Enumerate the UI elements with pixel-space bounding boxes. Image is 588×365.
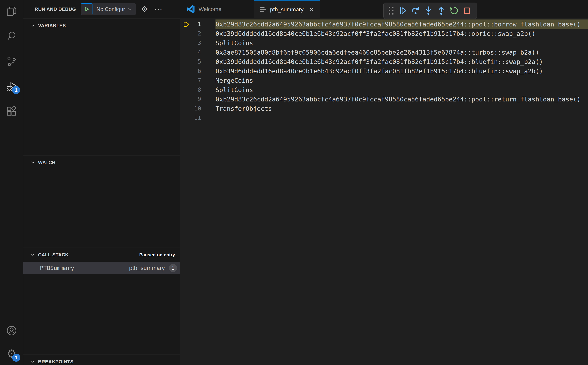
code-line[interactable]: 5 0xb39d6dddedd16ed8a40ce0b1e6b43c92acf0…	[180, 57, 588, 66]
start-debugging-button[interactable]	[81, 3, 92, 15]
activity-bar: 1 ⚙ 1	[0, 0, 23, 365]
code-line[interactable]: 8 SplitCoins	[180, 85, 588, 94]
close-tab-icon[interactable]: ×	[309, 6, 314, 13]
code-line[interactable]: 4 0x8ae871505a80d8bf6bf9c05906cda6edfeea…	[180, 48, 588, 57]
settings-badge: 1	[12, 354, 20, 362]
chevron-down-icon	[30, 23, 35, 28]
call-stack-frame-row[interactable]: PTBSummary ptb_summary 1	[23, 262, 180, 274]
line-number: 5	[198, 57, 201, 66]
search-icon[interactable]	[5, 30, 18, 43]
frame-source: ptb_summary	[129, 265, 165, 271]
code-line[interactable]: 11	[180, 113, 588, 123]
paused-status-text: Paused on entry	[139, 252, 175, 258]
tab-welcome[interactable]: Welcome	[180, 0, 254, 18]
variables-section: VARIABLES	[23, 18, 180, 155]
line-number: 11	[194, 113, 201, 123]
step-over-button[interactable]	[410, 5, 421, 16]
extensions-icon[interactable]	[5, 105, 18, 118]
step-out-button[interactable]	[436, 5, 447, 16]
line-number: 6	[198, 66, 201, 76]
code-line[interactable]: 3 SplitCoins	[180, 38, 588, 48]
line-number: 10	[194, 104, 201, 113]
tab-welcome-label: Welcome	[198, 6, 221, 12]
chevron-down-icon	[30, 160, 35, 165]
tab-ptb-summary[interactable]: ptb_summary ×	[254, 0, 320, 18]
code-line-text[interactable]: MergeCoins	[215, 76, 588, 85]
breakpoints-section-header[interactable]: BREAKPOINTS	[23, 355, 180, 365]
breakpoints-section: BREAKPOINTS	[23, 355, 180, 365]
line-number: 1	[198, 20, 201, 29]
variables-label: VARIABLES	[38, 23, 66, 28]
code-line-text[interactable]: 0xb39d6dddedd16ed8a40ce0b1e6b43c92acf0ff…	[215, 29, 588, 38]
trace-file-icon	[260, 7, 266, 12]
run-and-debug-icon[interactable]: 1	[5, 80, 18, 93]
breakpoint-gutter[interactable]: 7	[180, 76, 215, 85]
variables-section-header[interactable]: VARIABLES	[23, 19, 180, 33]
restart-button[interactable]	[448, 5, 460, 16]
editor-group: Welcome ptb_summary ×	[180, 0, 588, 365]
explorer-icon[interactable]	[5, 5, 18, 18]
toolbar-drag-handle[interactable]	[389, 7, 394, 15]
call-stack-label: CALL STACK	[38, 252, 69, 258]
settings-gear-icon[interactable]: ⚙ 1	[5, 347, 18, 360]
code-line-text[interactable]: 0xb39d6dddedd16ed8a40ce0b1e6b43c92acf0ff…	[215, 57, 588, 66]
code-line-text[interactable]: 0xb29d83c26cdd2a64959263abbcfc4a6937f0c9…	[215, 94, 588, 104]
breakpoint-gutter[interactable]: 1	[180, 20, 215, 29]
watch-section-header[interactable]: WATCH	[23, 155, 180, 169]
watch-label: WATCH	[38, 160, 56, 165]
code-line-text[interactable]: TransferObjects	[215, 104, 588, 113]
line-number: 3	[198, 38, 201, 48]
stop-button[interactable]	[461, 5, 473, 16]
more-actions-icon[interactable]: ⋯	[154, 5, 163, 13]
source-control-icon[interactable]	[5, 55, 18, 68]
code-line-text[interactable]	[215, 113, 588, 123]
current-execution-arrow-icon	[182, 21, 191, 28]
code-line-text[interactable]: SplitCoins	[215, 38, 588, 48]
code-line[interactable]: 10 TransferObjects	[180, 104, 588, 113]
code-line[interactable]: 2 0xb39d6dddedd16ed8a40ce0b1e6b43c92acf0…	[180, 29, 588, 38]
breakpoint-gutter[interactable]: 9	[180, 94, 215, 104]
frame-line-badge: 1	[169, 264, 177, 272]
launch-config-group: No Configur	[81, 3, 136, 15]
code-line[interactable]: 9 0xb29d83c26cdd2a64959263abbcfc4a6937f0…	[180, 94, 588, 104]
breakpoint-gutter[interactable]: 4	[180, 48, 215, 57]
breakpoints-label: BREAKPOINTS	[38, 359, 74, 365]
breakpoint-gutter[interactable]: 6	[180, 66, 215, 76]
call-stack-section-header[interactable]: CALL STACK Paused on entry	[23, 248, 180, 262]
code-line[interactable]: 1 0xb29d83c26cdd2a64959263abbcfc4a6937f0…	[180, 20, 588, 29]
step-into-button[interactable]	[423, 5, 434, 16]
account-icon[interactable]	[5, 324, 18, 337]
vscode-window: 1 ⚙ 1 RUN AND DEBUG No Con	[0, 0, 588, 365]
debug-settings-gear-icon[interactable]: ⚙	[141, 5, 148, 13]
line-number: 2	[198, 29, 201, 38]
line-number: 4	[198, 48, 201, 57]
breakpoint-gutter[interactable]: 10	[180, 104, 215, 113]
configuration-dropdown-label: No Configur	[97, 6, 125, 12]
breakpoint-gutter[interactable]: 2	[180, 29, 215, 38]
breakpoint-gutter[interactable]: 5	[180, 57, 215, 66]
code-line[interactable]: 6 0xb39d6dddedd16ed8a40ce0b1e6b43c92acf0…	[180, 66, 588, 76]
tab-ptb-summary-label: ptb_summary	[270, 7, 304, 13]
editor-tab-bar: Welcome ptb_summary ×	[180, 0, 588, 18]
breakpoint-gutter[interactable]: 8	[180, 85, 215, 94]
code-line-text[interactable]: SplitCoins	[215, 85, 588, 94]
code-line-text[interactable]: 0xb39d6dddedd16ed8a40ce0b1e6b43c92acf0ff…	[215, 66, 588, 76]
configuration-dropdown[interactable]: No Configur	[92, 3, 136, 15]
run-and-debug-panel: RUN AND DEBUG No Configur ⚙ ⋯ VARIABLES	[23, 0, 180, 365]
code-line-text[interactable]: 0x8ae871505a80d8bf6bf9c05906cda6edfeea46…	[215, 48, 588, 57]
breakpoint-gutter[interactable]: 11	[180, 113, 215, 123]
chevron-down-icon	[30, 359, 35, 365]
chevron-down-icon	[30, 252, 35, 258]
code-line-text[interactable]: 0xb29d83c26cdd2a64959263abbcfc4a6937f0c9…	[215, 20, 588, 29]
sidebar-header: RUN AND DEBUG No Configur ⚙ ⋯	[23, 0, 180, 18]
sidebar-title: RUN AND DEBUG	[35, 7, 76, 12]
line-number: 7	[198, 76, 201, 85]
call-stack-section: CALL STACK Paused on entry PTBSummary pt…	[23, 248, 180, 355]
code-line[interactable]: 7 MergeCoins	[180, 76, 588, 85]
debug-toolbar	[383, 3, 477, 19]
continue-button[interactable]	[397, 5, 408, 16]
frame-name: PTBSummary	[40, 265, 74, 271]
chevron-down-icon	[127, 7, 132, 12]
breakpoint-gutter[interactable]: 3	[180, 38, 215, 48]
line-number: 8	[198, 85, 201, 94]
